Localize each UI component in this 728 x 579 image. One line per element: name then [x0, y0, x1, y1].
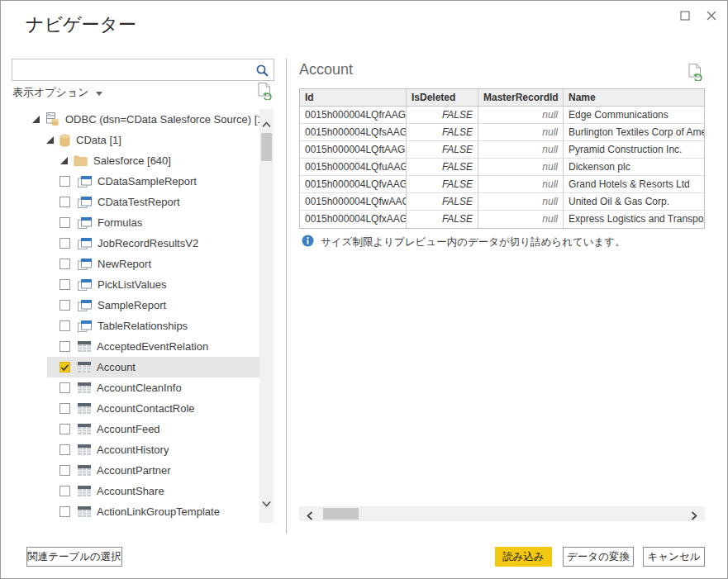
tree-item-AcceptedEventRelation[interactable]: AcceptedEventRelation — [47, 336, 259, 357]
tree-item-label: AccountCleanInfo — [97, 382, 182, 394]
scroll-down-icon[interactable] — [262, 496, 271, 510]
column-header[interactable]: Name — [564, 89, 704, 106]
transform-data-button[interactable]: データの変換 — [563, 547, 634, 567]
tree-item-TableRelationships[interactable]: TableRelationships — [47, 316, 259, 336]
tree-item-label: AccountHistory — [97, 444, 169, 456]
refresh-preview-icon[interactable] — [688, 64, 704, 84]
report-icon — [78, 320, 92, 332]
expand-triangle-icon[interactable] — [60, 157, 68, 164]
scrollbar-thumb[interactable] — [261, 133, 272, 161]
panel-divider — [286, 59, 287, 534]
scrollbar-thumb[interactable] — [323, 508, 359, 520]
tree-node-database[interactable]: CData [1] — [11, 130, 259, 150]
tree-item-AccountContactRole[interactable]: AccountContactRole — [47, 398, 259, 419]
table-cell: FALSE — [407, 193, 478, 210]
tree-item-label: AcceptedEventRelation — [97, 340, 208, 353]
scroll-up-icon[interactable] — [262, 116, 271, 131]
column-header[interactable]: IsDeleted — [407, 89, 478, 106]
tree-node-schema[interactable]: Salesforce [640] — [11, 150, 259, 171]
search-input[interactable] — [17, 60, 253, 79]
tree-item-CDataTestReport[interactable]: CDataTestReport — [47, 192, 259, 212]
tree-item-AccountPartner[interactable]: AccountPartner — [47, 460, 259, 481]
checkbox-unchecked[interactable] — [59, 382, 70, 393]
table-cell: FALSE — [407, 141, 478, 158]
tree-item-CDataSampleReport[interactable]: CDataSampleReport — [47, 171, 259, 192]
checkbox-unchecked[interactable] — [59, 403, 70, 414]
tree-item-label: PickListValues — [98, 278, 167, 291]
tree-item-label: AccountContactRole — [97, 402, 195, 415]
tree-node-odbc[interactable]: ODBC (dsn=CData Salesforce Source) [1] — [11, 109, 259, 130]
table-cell: 0015h000004LQfrAAG — [300, 107, 407, 123]
checkbox-checked[interactable] — [59, 362, 70, 373]
report-icon — [78, 259, 92, 270]
table-icon — [78, 486, 91, 496]
tree-item-Account[interactable]: Account — [47, 357, 259, 377]
tree-item-Formulas[interactable]: Formulas — [47, 212, 259, 233]
tree-item-SampleReport[interactable]: SampleReport — [47, 295, 259, 316]
table-icon — [78, 341, 91, 352]
table-icon — [78, 465, 91, 476]
tree-item-ActionLinkGroupTemplate[interactable]: ActionLinkGroupTemplate — [47, 501, 259, 522]
table-cell: Express Logistics and Transport — [564, 211, 704, 228]
preview-table: Id IsDeleted MasterRecordId Name 0015h00… — [299, 88, 705, 229]
checkbox-unchecked[interactable] — [59, 320, 70, 331]
tree-item-AccountFeed[interactable]: AccountFeed — [47, 419, 259, 439]
checkbox-unchecked[interactable] — [59, 444, 70, 455]
column-header[interactable]: MasterRecordId — [478, 89, 564, 106]
expand-triangle-icon[interactable] — [32, 116, 40, 123]
checkbox-unchecked[interactable] — [59, 341, 70, 352]
tree-node-label: Salesforce [640] — [93, 154, 171, 167]
table-cell: null — [478, 124, 564, 140]
tree-item-AccountCleanInfo[interactable]: AccountCleanInfo — [47, 377, 259, 398]
checkbox-unchecked[interactable] — [59, 238, 70, 249]
table-cell: 0015h000004LQfxAAG — [300, 211, 407, 228]
checkbox-unchecked[interactable] — [59, 259, 70, 269]
expand-triangle-icon[interactable] — [46, 136, 54, 144]
table-icon — [78, 506, 91, 517]
report-icon — [78, 279, 92, 291]
table-cell: FALSE — [407, 159, 478, 175]
table-cell: null — [478, 107, 564, 123]
tree-item-label: TableRelationships — [98, 320, 188, 332]
checkbox-unchecked[interactable] — [59, 279, 70, 290]
dialog-title: ナビゲーター — [26, 12, 136, 37]
tree-item-AccountHistory[interactable]: AccountHistory — [47, 439, 259, 460]
maximize-icon[interactable] — [677, 7, 693, 24]
checkbox-unchecked[interactable] — [59, 486, 70, 496]
checkbox-unchecked[interactable] — [59, 424, 70, 434]
cancel-button[interactable]: キャンセル — [643, 547, 705, 567]
scroll-right-icon[interactable] — [691, 509, 697, 524]
column-header[interactable]: Id — [300, 89, 407, 106]
refresh-list-icon[interactable] — [258, 83, 274, 103]
checkbox-unchecked[interactable] — [59, 300, 70, 311]
tree-item-JobRecordResultsV2[interactable]: JobRecordResultsV2 — [47, 233, 259, 254]
report-icon — [78, 300, 92, 311]
navigator-dialog: ナビゲーター 表示オプション — [0, 0, 728, 579]
checkbox-unchecked[interactable] — [59, 506, 70, 517]
table-cell: null — [478, 141, 564, 158]
close-icon[interactable] — [703, 7, 720, 24]
report-icon — [78, 197, 92, 208]
table-row: 0015h000004LQfuAAGFALSEnullDickenson plc — [300, 159, 704, 176]
preview-title: Account — [299, 61, 353, 78]
checkbox-unchecked[interactable] — [59, 465, 70, 476]
table-icon — [78, 424, 91, 434]
tree-item-PickListValues[interactable]: PickListValues — [47, 274, 259, 295]
display-options-label: 表示オプション — [12, 85, 89, 100]
tree-item-label: CDataTestReport — [98, 196, 180, 208]
tree-item-NewReport[interactable]: NewReport — [47, 254, 259, 274]
display-options-dropdown[interactable]: 表示オプション — [12, 84, 102, 101]
checkbox-unchecked[interactable] — [59, 176, 70, 187]
source-tree: ODBC (dsn=CData Salesforce Source) [1] C… — [11, 109, 259, 523]
preview-scrollbar[interactable] — [299, 506, 705, 521]
checkbox-unchecked[interactable] — [59, 217, 70, 228]
info-icon — [302, 235, 314, 249]
load-button[interactable]: 読み込み — [495, 547, 552, 567]
tree-item-AccountShare[interactable]: AccountShare — [47, 481, 259, 501]
search-icon[interactable] — [255, 64, 269, 81]
scroll-left-icon[interactable] — [307, 509, 313, 524]
select-related-tables-button[interactable]: 関連テーブルの選択 — [26, 547, 122, 567]
tree-item-label: JobRecordResultsV2 — [98, 237, 198, 249]
tree-scrollbar[interactable] — [259, 109, 274, 523]
checkbox-unchecked[interactable] — [59, 197, 70, 207]
